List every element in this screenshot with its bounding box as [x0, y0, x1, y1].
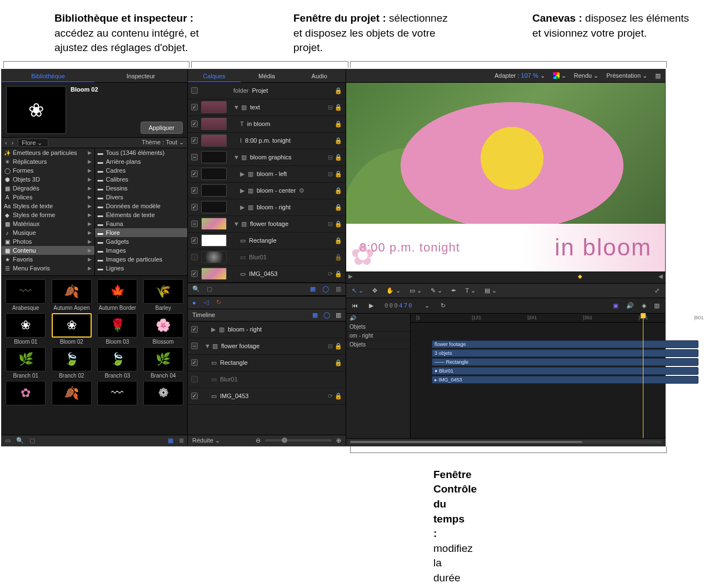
track-header[interactable]: Objets	[346, 340, 410, 349]
audio-icon[interactable]: 🔊	[626, 302, 634, 309]
lock-icon[interactable]: 🔒	[334, 343, 342, 349]
subcategory-item[interactable]: ▬Images de particules	[95, 255, 188, 264]
timeline-clip[interactable]: flower footage	[432, 340, 698, 348]
layer-row[interactable]: ✓▶▥bloom - center⚙🔒	[188, 183, 346, 199]
category-item[interactable]: ✨Émetteurs de particules▶	[2, 148, 94, 157]
layer-name[interactable]: Blur01	[220, 376, 238, 383]
layer-name[interactable]: bloom - left	[257, 170, 287, 177]
disclosure-icon[interactable]: ▼	[233, 220, 238, 227]
subcategory-item[interactable]: ▬Données de modèle	[95, 202, 188, 210]
content-swatch[interactable]: ✿	[4, 381, 48, 406]
mini-timeline[interactable]: ▶ ◆ ◀	[346, 272, 665, 284]
layer-name[interactable]: flower footage	[250, 220, 288, 227]
disclosure-icon[interactable]: ▶	[240, 187, 244, 194]
zoom-in-icon[interactable]: ⊕	[336, 437, 341, 444]
visibility-checkbox[interactable]: ✓	[191, 326, 198, 333]
lock-icon[interactable]: 🔒	[334, 237, 342, 244]
mute-icon[interactable]: 🔊	[349, 315, 356, 321]
content-swatch[interactable]: 🍂Autumn Aspen	[50, 279, 94, 311]
category-item[interactable]: APolices▶	[2, 193, 94, 202]
content-swatch[interactable]: 〰	[96, 381, 139, 406]
color-channel-dropdown[interactable]: ⌄	[553, 72, 566, 79]
pan-tool[interactable]: ✋ ⌄	[386, 287, 401, 294]
lock-icon[interactable]: 🔒	[334, 220, 342, 227]
subcategory-item[interactable]: ▬Dessins	[95, 184, 188, 193]
lock-icon[interactable]: 🔒	[334, 187, 342, 194]
lock-icon[interactable]: 🔒	[334, 120, 342, 127]
layer-row[interactable]: –▼▥bloom graphics⊟ 🔒	[188, 149, 346, 166]
nav-forward-icon[interactable]: ›	[12, 139, 14, 146]
disclosure-icon[interactable]: ▼	[204, 343, 209, 349]
layer-name[interactable]: bloom - center	[257, 187, 296, 194]
panel-icon[interactable]: ▥	[336, 285, 341, 293]
tl-circle-icon[interactable]: ◯	[323, 311, 330, 319]
layer-row[interactable]: ▭Blur01	[188, 371, 346, 388]
layer-name[interactable]: Blur01	[249, 254, 267, 260]
paint-tool[interactable]: ✎ ⌄	[431, 287, 442, 294]
layer-name[interactable]: bloom - right	[257, 204, 291, 210]
subcategory-item[interactable]: ▬Images	[95, 246, 188, 255]
category-item[interactable]: ◯Formes▶	[2, 166, 94, 175]
timeline-panel-icon[interactable]: ▥	[654, 302, 660, 309]
category-item[interactable]: ▩Matériaux▶	[2, 219, 94, 228]
layer-row[interactable]: ✓▭Rectangle🔒	[188, 355, 346, 371]
tab-library[interactable]: Bibliothèque	[2, 69, 94, 82]
disclosure-icon[interactable]: ▶	[240, 204, 244, 211]
subcategory-item[interactable]: ▬Lignes	[95, 264, 188, 273]
link-icon[interactable]: ⊟	[328, 154, 333, 160]
canvas-viewport[interactable]: ✿ 8:00 p.m. tonight in bloom	[346, 83, 665, 272]
search-icon[interactable]: 🔍	[16, 437, 24, 444]
content-swatch[interactable]: ❀Bloom 02	[50, 313, 94, 345]
out-point-icon[interactable]: ◀	[658, 273, 663, 279]
bookmark-icon[interactable]: ▢	[29, 437, 35, 444]
grid-view-icon[interactable]: ▦	[168, 437, 173, 444]
timeline-tracks[interactable]: |1|121|241|361|481|601 flower footage3 o…	[411, 314, 665, 438]
timeline-clip[interactable]: 3 objets	[432, 349, 698, 357]
frame-icon[interactable]: ▢	[207, 285, 212, 293]
gear-icon[interactable]: ⚙	[299, 187, 304, 194]
subcategory-item[interactable]: ▬Fauna	[95, 219, 188, 228]
content-swatch[interactable]: 🌸Blossom	[142, 313, 186, 345]
lock-icon[interactable]: 🔒	[334, 359, 342, 366]
lock-icon[interactable]: 🔒	[334, 104, 342, 110]
tab-media[interactable]: Média	[241, 69, 293, 82]
visibility-checkbox[interactable]: –	[191, 220, 198, 227]
loop-record-icon[interactable]: ↻	[216, 299, 221, 306]
lock-icon[interactable]: 🔒	[334, 204, 342, 210]
link-icon[interactable]: ⊟	[328, 343, 333, 349]
visibility-checkbox[interactable]: ✓	[191, 120, 198, 127]
category-item[interactable]: ▣Photos▶	[2, 237, 94, 246]
timeline-scrollbar[interactable]	[346, 438, 665, 446]
lock-icon[interactable]: 🔒	[334, 393, 342, 399]
visibility-checkbox[interactable]	[191, 376, 198, 383]
search-icon[interactable]: 🔍	[192, 285, 200, 293]
subcategory-item[interactable]: ▬Calibres	[95, 175, 188, 184]
loop-icon[interactable]: ⟳	[328, 393, 333, 399]
nav-back-icon[interactable]: ‹	[5, 139, 7, 146]
subcategory-item[interactable]: ▬Divers	[95, 193, 188, 202]
zoom-out-icon[interactable]: ⊖	[256, 437, 261, 444]
subcategory-item[interactable]: ▬Éléments de texte	[95, 210, 188, 219]
layer-row[interactable]: folderProjet🔒	[188, 83, 346, 99]
category-item[interactable]: AaStyles de texte▶	[2, 202, 94, 210]
layer-name[interactable]: 8:00 p.m. tonight	[245, 137, 291, 144]
link-icon[interactable]: ⊟	[328, 104, 333, 110]
bezier-tool[interactable]: ✒	[451, 287, 456, 294]
record-icon[interactable]: ●	[192, 299, 196, 306]
circle-mode-icon[interactable]: ◯	[322, 285, 329, 293]
layer-row[interactable]: ✓▶▥bloom - left⊟ 🔒	[188, 166, 346, 183]
visibility-checkbox[interactable]: ✓	[191, 237, 198, 244]
zoom-slider[interactable]	[265, 439, 332, 441]
subcategory-item[interactable]: ▬Cadres	[95, 166, 188, 175]
visibility-checkbox[interactable]	[191, 87, 198, 94]
subcategory-item[interactable]: ▬Tous (1346 éléments)	[95, 148, 188, 157]
visibility-checkbox[interactable]: ✓	[191, 137, 198, 144]
tl-panel-icon[interactable]: ▥	[336, 311, 341, 319]
subcategory-item[interactable]: ▬Flore	[95, 228, 188, 237]
lock-icon[interactable]: 🔒	[334, 254, 342, 260]
content-swatch[interactable]: 🌿Branch 01	[4, 347, 48, 379]
layer-row[interactable]: ✓▼▥text⊟ 🔒	[188, 99, 346, 116]
layer-name[interactable]: flower footage	[221, 343, 259, 349]
layer-name[interactable]: IMG_0453	[220, 393, 248, 399]
lock-icon[interactable]: 🔒	[334, 87, 342, 94]
